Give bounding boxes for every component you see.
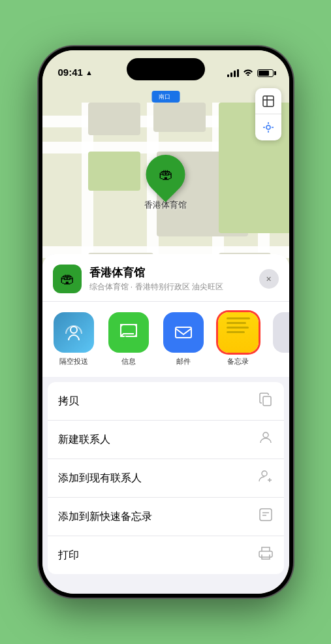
bar3 [234, 71, 236, 77]
location-label: 南口 [151, 91, 180, 103]
stadium-pin: 🏟 [138, 147, 193, 202]
menu-item-add-contact[interactable]: 添加到现有联系人 [48, 459, 284, 498]
menu-item-quick-note[interactable]: 添加到新快速备忘录 [48, 498, 284, 536]
dynamic-island [127, 58, 205, 80]
phone-screen: 09:41 ▲ [42, 50, 289, 594]
map-block [153, 103, 206, 132]
battery-fill [259, 71, 270, 76]
share-messages[interactable]: 信息 [102, 312, 155, 366]
sheet-header: 🏟 香港体育馆 综合体育馆 · 香港特别行政区 油尖旺区 × [42, 254, 289, 302]
person-add-icon [258, 468, 274, 488]
share-more[interactable]: 提 [267, 312, 289, 366]
messages-icon [108, 312, 149, 353]
bar2 [230, 72, 232, 77]
notes-line-1 [227, 317, 250, 319]
svg-point-2 [71, 327, 77, 333]
share-mail[interactable]: 邮件 [157, 312, 210, 366]
map-controls[interactable] [255, 88, 281, 140]
share-notes[interactable]: 备忘录 [212, 312, 264, 366]
venue-icon: 🏟 [53, 265, 82, 293]
menu-label-print: 打印 [58, 549, 79, 562]
status-time: 09:41 [58, 67, 83, 78]
mail-icon [163, 312, 204, 353]
menu-item-new-contact[interactable]: 新建联系人 [48, 421, 284, 459]
location-indicator: ▲ [86, 69, 93, 76]
map-block-green [88, 152, 140, 191]
bottom-sheet: 🏟 香港体育馆 综合体育馆 · 香港特别行政区 油尖旺区 × [42, 254, 289, 594]
venue-name: 香港体育馆 [89, 265, 251, 280]
mail-label: 邮件 [176, 357, 191, 366]
menu-item-print[interactable]: 打印 [48, 536, 284, 574]
stadium-marker: 🏟 香港体育馆 [144, 155, 187, 211]
share-row: 隔空投送 信息 [42, 302, 289, 377]
venue-info: 香港体育馆 综合体育馆 · 香港特别行政区 油尖旺区 [89, 265, 251, 293]
svg-rect-0 [263, 96, 274, 106]
menu-section: 拷贝 新建联系人 [48, 382, 284, 574]
copy-icon [258, 391, 274, 411]
notes-label: 备忘录 [227, 357, 249, 366]
location-button[interactable] [255, 114, 281, 140]
airdrop-label: 隔空投送 [59, 357, 88, 366]
svg-rect-8 [260, 509, 272, 521]
notes-line-4 [227, 331, 245, 333]
messages-label: 信息 [121, 357, 136, 366]
notes-line-2 [227, 322, 246, 324]
svg-rect-4 [176, 327, 191, 338]
note-icon [258, 507, 274, 526]
map-view-button[interactable] [255, 88, 281, 114]
menu-item-copy[interactable]: 拷贝 [48, 382, 284, 421]
stadium-pin-inner: 🏟 [159, 166, 173, 183]
wifi-icon [243, 68, 253, 78]
menu-label-copy: 拷贝 [58, 394, 79, 408]
svg-point-1 [266, 125, 270, 129]
print-icon [258, 545, 274, 565]
more-icon [273, 312, 289, 353]
share-airdrop[interactable]: 隔空投送 [48, 312, 100, 366]
svg-rect-9 [259, 551, 272, 557]
bar1 [227, 74, 229, 77]
airdrop-icon [54, 312, 94, 353]
menu-label-new-contact: 新建联系人 [58, 433, 110, 447]
person-icon [258, 430, 274, 449]
svg-point-7 [262, 471, 267, 476]
svg-rect-5 [263, 396, 271, 406]
map-block [88, 103, 140, 135]
bar4 [237, 69, 239, 77]
venue-subtitle: 综合体育馆 · 香港特别行政区 油尖旺区 [89, 282, 251, 293]
notes-icon [218, 312, 259, 353]
signal-bars [227, 69, 239, 77]
battery-icon [257, 69, 274, 77]
svg-point-6 [263, 432, 268, 438]
menu-label-add-contact: 添加到现有联系人 [58, 472, 142, 485]
status-icons [227, 68, 274, 78]
notes-lines [223, 312, 254, 337]
close-button[interactable]: × [259, 269, 279, 289]
notes-line-3 [227, 327, 249, 329]
label-badge: 南口 [157, 93, 172, 101]
phone-frame: 09:41 ▲ [39, 46, 293, 598]
menu-label-quick-note: 添加到新快速备忘录 [58, 510, 152, 524]
